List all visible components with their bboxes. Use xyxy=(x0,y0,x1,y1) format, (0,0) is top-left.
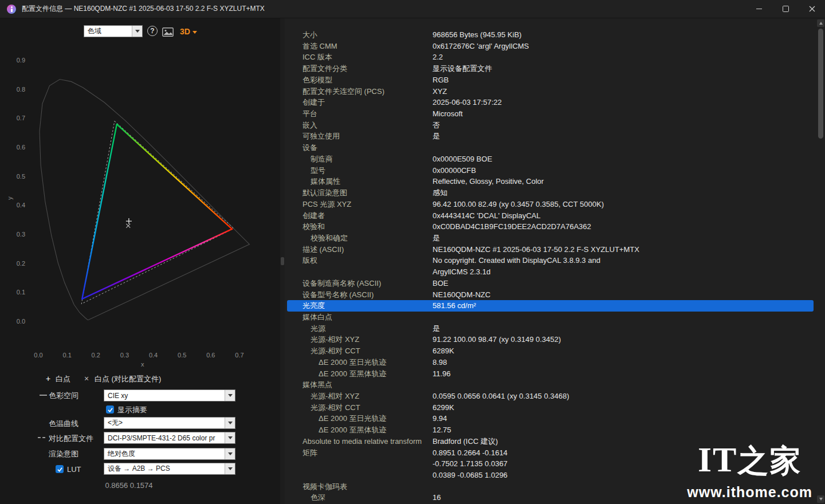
colorspace-value: CIE xy xyxy=(104,390,225,401)
property-row[interactable]: 媒体属性Reflective, Glossy, Positive, Color xyxy=(287,176,814,187)
app-info-icon xyxy=(7,5,16,14)
properties-list: 大小968656 Bytes (945.95 KiB)首选 CMM0x61726… xyxy=(287,18,814,504)
scrollbar-thumb[interactable] xyxy=(818,29,823,139)
property-row[interactable]: 光源-相对 CCT6289K xyxy=(287,345,814,357)
property-value: 是 xyxy=(433,131,814,142)
property-row[interactable]: 创建者0x4443414C 'DCAL' DisplayCAL xyxy=(287,210,814,222)
colorspace-select[interactable]: CIE xy xyxy=(104,389,235,401)
property-row[interactable]: 配置文件关连空间 (PCS)XYZ xyxy=(287,86,814,97)
property-row[interactable]: ICC 版本2.2 xyxy=(287,52,814,63)
property-value: NE160QDM-NZC #1 2025-06-03 17-50 2.2 F-S… xyxy=(433,244,814,255)
property-row[interactable]: 大小968656 Bytes (945.95 KiB) xyxy=(287,29,814,41)
scroll-down-button[interactable] xyxy=(817,495,824,503)
property-value: 否 xyxy=(433,120,814,131)
property-row[interactable]: Absolute to media relative transformBrad… xyxy=(287,436,814,447)
chromaticity-chart[interactable] xyxy=(0,18,285,504)
property-row[interactable]: 设备型号名称 (ASCII)NE160QDM-NZC xyxy=(287,289,814,301)
property-label: ICC 版本 xyxy=(287,52,433,63)
show-summary-checkbox[interactable] xyxy=(106,405,114,414)
panel-splitter[interactable] xyxy=(280,18,285,504)
property-label: 平台 xyxy=(287,108,433,120)
property-value: Bradford (ICC 建议) xyxy=(433,436,814,447)
minimize-button[interactable] xyxy=(746,0,772,18)
property-row[interactable]: 视频卡伽玛表 xyxy=(287,481,814,493)
property-row[interactable]: 光源-相对 XYZ0.0595 0.0656 0.0641 (xy 0.3145… xyxy=(287,391,814,402)
property-value: 0x00000CFB xyxy=(433,165,814,176)
property-row[interactable]: 嵌入否 xyxy=(287,120,814,131)
window-title: 配置文件信息 — NE160QDM-NZC #1 2025-06-03 17-5… xyxy=(22,4,265,14)
property-value: 9.94 xyxy=(433,413,814,424)
property-label: 校验和确定 xyxy=(287,233,433,244)
property-row[interactable]: 光源-相对 CCT6299K xyxy=(287,402,814,414)
solid-line-icon xyxy=(40,395,47,396)
property-row[interactable]: 设备制造商名称 (ASCII)BOE xyxy=(287,278,814,289)
property-row[interactable]: ΔE 2000 至黑体轨迹12.75 xyxy=(287,424,814,436)
property-label: 媒体白点 xyxy=(287,312,433,323)
property-row[interactable]: 矩阵0.8951 0.2664 -0.1614 -0.7502 1.7135 0… xyxy=(287,447,814,481)
lut-checkbox[interactable] xyxy=(56,465,64,473)
property-label: 首选 CMM xyxy=(287,41,433,52)
property-row-selected[interactable]: 光亮度581.56 cd/m² xyxy=(287,300,814,312)
property-label: 校验和 xyxy=(287,221,433,233)
property-row[interactable]: ΔE 2000 至日光轨迹9.94 xyxy=(287,413,814,424)
property-label: 矩阵 xyxy=(287,447,433,459)
property-value: XYZ xyxy=(433,86,814,97)
temperature-curve-value: <无> xyxy=(104,418,225,428)
dashed-line-icon xyxy=(38,437,45,438)
property-row[interactable]: PCS 光源 XYZ96.42 100.00 82.49 (xy 0.3457 … xyxy=(287,199,814,210)
property-row[interactable]: ΔE 2000 至日光轨迹8.98 xyxy=(287,357,814,368)
close-icon xyxy=(809,6,815,12)
property-row[interactable]: 创建于2025-06-03 17:57:22 xyxy=(287,97,814,108)
scroll-up-button[interactable] xyxy=(817,19,824,27)
property-row[interactable]: 默认渲染意图感知 xyxy=(287,187,814,199)
property-label: 设备 xyxy=(287,142,433,153)
chevron-down-icon xyxy=(225,418,235,428)
property-row[interactable]: 色深16 xyxy=(287,492,814,503)
property-value: 是 xyxy=(433,323,814,334)
lut-select[interactable]: 设备 → A2B → PCS xyxy=(104,463,235,475)
property-row[interactable]: ΔE 2000 至黑体轨迹11.96 xyxy=(287,368,814,380)
chevron-down-icon xyxy=(225,390,235,401)
property-value: 是 xyxy=(433,233,814,244)
property-row[interactable]: 媒体黑点 xyxy=(287,379,814,391)
property-label: 版权 xyxy=(287,255,433,266)
property-row[interactable]: 校验和0xC0DBAD4C1B9FC19DEE2ACD2D7A76A362 xyxy=(287,221,814,233)
property-row[interactable]: 配置文件分类显示设备配置文件 xyxy=(287,63,814,74)
property-label: 嵌入 xyxy=(287,120,433,131)
property-row[interactable]: 设备 xyxy=(287,142,814,153)
property-row[interactable]: 校验和确定是 xyxy=(287,233,814,244)
property-row[interactable]: 型号0x00000CFB xyxy=(287,165,814,176)
maximize-button[interactable] xyxy=(772,0,799,18)
property-row[interactable]: 媒体白点 xyxy=(287,312,814,323)
x-axis-label: x xyxy=(141,361,144,368)
property-value: 0xC0DBAD4C1B9FC19DEE2ACD2D7A76A362 xyxy=(433,221,814,233)
property-value: 968656 Bytes (945.95 KiB) xyxy=(433,29,814,41)
property-row[interactable]: 光源-相对 XYZ91.22 100.00 98.47 (xy 0.3149 0… xyxy=(287,334,814,345)
property-row[interactable]: 制造商0x0000E509 BOE xyxy=(287,153,814,165)
scrollbar[interactable] xyxy=(817,19,824,503)
splitter-handle-icon xyxy=(281,257,284,265)
property-label: 色深 xyxy=(287,492,433,503)
property-label: ΔE 2000 至日光轨迹 xyxy=(287,357,433,368)
property-row[interactable]: 可独立使用是 xyxy=(287,131,814,142)
close-button[interactable] xyxy=(799,0,825,18)
property-label: 创建于 xyxy=(287,97,433,108)
property-value: 0x4443414C 'DCAL' DisplayCAL xyxy=(433,210,814,222)
property-label: ΔE 2000 至日光轨迹 xyxy=(287,413,433,424)
property-row[interactable]: 色彩模型RGB xyxy=(287,74,814,86)
comparison-legend-label: 白点 (对比配置文件) xyxy=(95,375,161,384)
rendering-intent-select[interactable]: 绝对色度 xyxy=(104,448,235,460)
property-label: 大小 xyxy=(287,29,433,41)
property-label: 光源-相对 CCT xyxy=(287,402,433,414)
white-point-marker-icon: + xyxy=(46,374,50,383)
property-row[interactable]: 版权No copyright. Created with DisplayCAL … xyxy=(287,255,814,277)
property-row[interactable]: 首选 CMM0x6172676C 'argl' ArgyllCMS xyxy=(287,41,814,52)
property-row[interactable]: 光源是 xyxy=(287,323,814,334)
property-row[interactable]: 平台Microsoft xyxy=(287,108,814,120)
comparison-profile-select[interactable]: DCI-P3/SMPTE-431-2 D65 color pr xyxy=(104,432,235,444)
property-row[interactable]: 描述 (ASCII)NE160QDM-NZC #1 2025-06-03 17-… xyxy=(287,244,814,255)
temperature-curve-select[interactable]: <无> xyxy=(104,417,235,429)
property-label: 媒体属性 xyxy=(287,176,433,187)
property-value: 感知 xyxy=(433,187,814,199)
property-value: 581.56 cd/m² xyxy=(433,300,814,312)
